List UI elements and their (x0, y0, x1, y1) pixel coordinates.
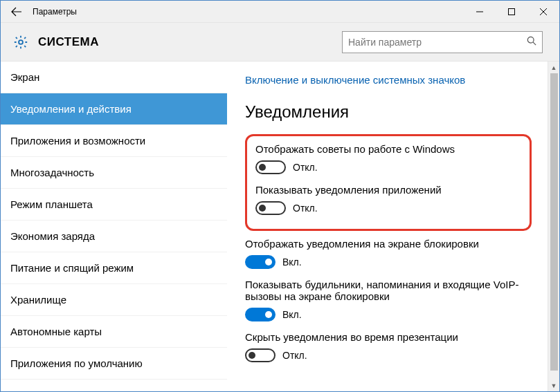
body: ЭкранУведомления и действияПриложения и … (1, 62, 559, 391)
search-box[interactable] (342, 31, 543, 53)
titlebar: Параметры (1, 1, 559, 23)
toggle-state-label: Вкл. (282, 256, 302, 268)
toggle-row: Откл. (245, 348, 532, 362)
sidebar-item[interactable]: Автономные карты (1, 316, 227, 348)
scroll-up-arrow-icon[interactable]: ▲ (548, 62, 559, 73)
window-title: Параметры (33, 7, 77, 17)
toggle-knob (249, 352, 255, 359)
content-pane: Включение и выключение системных значков… (227, 62, 559, 391)
sidebar-item[interactable]: Многозадачность (1, 157, 227, 189)
svg-point-2 (527, 37, 534, 43)
toggle-switch[interactable] (245, 348, 276, 362)
sidebar-item-label: Экран (10, 71, 39, 83)
toggle-state-label: Откл. (293, 162, 318, 173)
window-scroll-thumb[interactable] (550, 73, 558, 371)
setting-label: Отображать советы по работе с Windows (255, 143, 521, 155)
sidebar-item-label: Автономные карты (10, 326, 102, 337)
system-icons-link[interactable]: Включение и выключение системных значков (245, 74, 532, 86)
toggle-knob (265, 311, 272, 318)
toggle-switch[interactable] (245, 308, 276, 321)
window-scrollbar[interactable]: ▲ ▼ (548, 62, 559, 391)
setting: Скрыть уведомления во время презентацииО… (245, 331, 532, 362)
sidebar-item[interactable]: Экономия заряда (1, 221, 227, 252)
toggle-knob (259, 205, 266, 212)
search-input[interactable] (348, 37, 527, 48)
maximize-button[interactable] (496, 1, 527, 23)
svg-rect-0 (509, 8, 515, 15)
setting: Отображать советы по работе с WindowsОтк… (255, 143, 521, 174)
sidebar-item[interactable]: Хранилище (1, 284, 227, 316)
scroll-down-arrow-icon[interactable]: ▼ (548, 380, 559, 391)
toggle-switch[interactable] (255, 160, 286, 174)
settings-window: Параметры СИСТЕМА (0, 0, 560, 392)
setting-label: Скрыть уведомления во время презентации (245, 331, 532, 343)
toggle-state-label: Вкл. (282, 309, 302, 320)
setting-label: Отображать уведомления на экране блокиро… (245, 238, 532, 250)
toggle-switch[interactable] (245, 255, 276, 269)
sidebar: ЭкранУведомления и действияПриложения и … (1, 62, 227, 391)
toggle-state-label: Откл. (282, 350, 307, 361)
sidebar-item-label: Питание и спящий режим (10, 262, 134, 274)
search-icon (527, 36, 536, 48)
sidebar-item-label: Приложения и возможности (10, 135, 145, 147)
toggle-row: Вкл. (245, 308, 532, 321)
setting: Отображать уведомления на экране блокиро… (245, 238, 532, 269)
setting: Показывать уведомления приложенийОткл. (255, 184, 521, 215)
toggle-row: Откл. (255, 160, 521, 174)
toggle-row: Вкл. (245, 255, 532, 269)
minimize-icon (476, 8, 483, 15)
close-button[interactable] (527, 1, 559, 23)
sidebar-item-label: Уведомления и действия (10, 103, 132, 115)
category-title: СИСТЕМА (38, 35, 99, 49)
back-arrow-icon (11, 6, 22, 17)
setting-label: Показывать будильники, напоминания и вхо… (245, 279, 532, 302)
sidebar-item[interactable]: Уведомления и действия (1, 93, 227, 125)
close-icon (540, 8, 547, 15)
sidebar-item[interactable]: Приложения по умолчанию (1, 348, 227, 380)
toggle-knob (259, 164, 266, 171)
sidebar-item-label: Хранилище (10, 294, 66, 306)
minimize-button[interactable] (464, 1, 496, 23)
toggle-state-label: Откл. (293, 203, 318, 214)
toggle-row: Откл. (255, 201, 521, 215)
toggle-knob (265, 259, 272, 265)
sidebar-item[interactable]: Приложения и возможности (1, 125, 227, 157)
setting: Показывать будильники, напоминания и вхо… (245, 279, 532, 321)
highlight-box: Отображать советы по работе с WindowsОтк… (245, 134, 532, 231)
sidebar-item-label: Экономия заряда (10, 230, 95, 242)
header: СИСТЕМА (1, 23, 559, 62)
maximize-icon (508, 8, 515, 15)
section-title: Уведомления (245, 102, 532, 122)
sidebar-item-label: Приложения по умолчанию (10, 357, 143, 369)
sidebar-item-label: Многозадачность (10, 167, 94, 178)
setting-label: Показывать уведомления приложений (255, 184, 521, 196)
svg-point-1 (19, 40, 23, 44)
back-button[interactable] (1, 1, 33, 23)
sidebar-item-label: Режим планшета (10, 198, 93, 210)
toggle-switch[interactable] (255, 201, 286, 215)
sidebar-item[interactable]: Питание и спящий режим (1, 252, 227, 284)
sidebar-item[interactable]: Экран (1, 62, 227, 93)
sidebar-item[interactable]: Режим планшета (1, 189, 227, 221)
gear-icon (13, 35, 28, 50)
